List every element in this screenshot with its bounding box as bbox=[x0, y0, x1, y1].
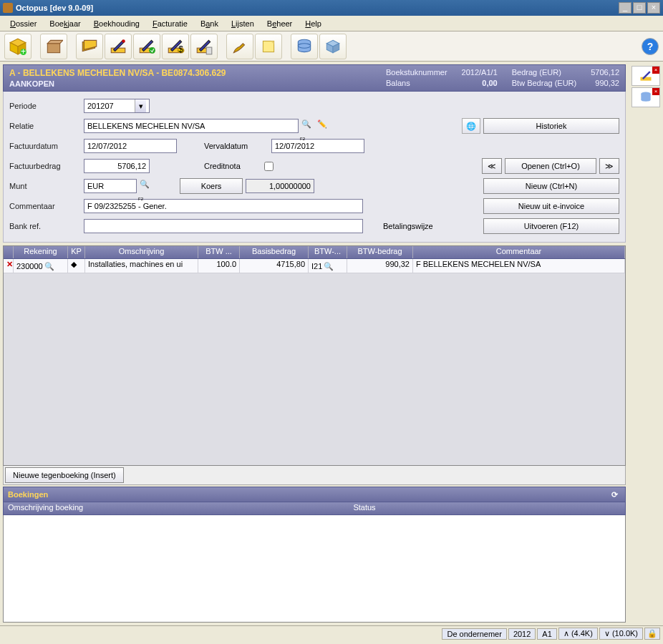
delete-row-icon[interactable]: ✕ bbox=[4, 259, 14, 273]
chevron-down-icon[interactable]: ▾ bbox=[135, 99, 146, 112]
balans-label: Balans bbox=[386, 79, 447, 88]
btw-label: Btw Bedrag (EUR) bbox=[512, 79, 576, 88]
col-kp[interactable]: KP bbox=[68, 246, 85, 258]
menu-dossier[interactable]: Dossier bbox=[4, 18, 42, 29]
status-journal: A1 bbox=[537, 628, 556, 640]
next-button[interactable]: ≫ bbox=[599, 158, 619, 174]
menu-bar: Dossier Boekjaar Boekhouding Facturatie … bbox=[0, 16, 663, 31]
globe-icon[interactable]: 🌐 bbox=[462, 118, 480, 134]
boekstuk-label: Boekstuknummer bbox=[386, 68, 447, 77]
svg-marker-6 bbox=[47, 40, 63, 43]
relatie-input[interactable] bbox=[84, 119, 299, 133]
uitvoeren-button[interactable]: Uitvoeren (F12) bbox=[483, 218, 619, 234]
koers-value bbox=[246, 179, 314, 193]
vervaldatum-label: Vervaldatum bbox=[204, 142, 268, 150]
col-omschrijving[interactable]: Omschrijving bbox=[85, 246, 198, 258]
help-button[interactable]: ? bbox=[642, 38, 659, 55]
vervaldatum-input[interactable] bbox=[271, 139, 364, 153]
svg-text:$: $ bbox=[178, 44, 183, 54]
bankref-input[interactable] bbox=[84, 219, 363, 233]
toolbar-box-icon[interactable] bbox=[40, 34, 67, 59]
boekingen-header: Boekingen ⟳ bbox=[3, 487, 626, 502]
toolbar-edit-icon[interactable] bbox=[105, 34, 132, 59]
toolbar-edit-money-icon[interactable]: $ bbox=[162, 34, 189, 59]
status-year: 2012 bbox=[508, 628, 536, 640]
menu-bank[interactable]: Bank bbox=[195, 18, 224, 29]
menu-beheer[interactable]: Beheer bbox=[261, 18, 299, 29]
search-icon[interactable]: 🔍 bbox=[324, 262, 332, 270]
openen-button[interactable]: Openen (Ctrl+O) bbox=[505, 158, 596, 174]
menu-help[interactable]: Help bbox=[299, 18, 327, 29]
minimize-button[interactable]: _ bbox=[619, 2, 631, 14]
up-arrow-icon: ∧ bbox=[563, 629, 569, 638]
grid-row[interactable]: ✕ 230000🔍 ◆ Installaties, machines en ui… bbox=[4, 259, 625, 273]
munt-label: Munt bbox=[9, 182, 81, 190]
down-arrow-icon: ∨ bbox=[604, 629, 610, 638]
koers-button[interactable]: Koers bbox=[180, 178, 243, 194]
nieuw-button[interactable]: Nieuw (Ctrl+N) bbox=[483, 178, 619, 194]
menu-facturatie[interactable]: Facturatie bbox=[147, 18, 193, 29]
bedrag-value: 5706,12 bbox=[591, 68, 619, 77]
boekingen-list bbox=[3, 515, 626, 623]
menu-lijsten[interactable]: Lijsten bbox=[226, 18, 260, 29]
pencil-icon[interactable]: ✏️ bbox=[317, 119, 330, 132]
col-btwc[interactable]: BTW-... bbox=[309, 246, 347, 258]
col-rekening[interactable]: Rekening bbox=[14, 246, 68, 258]
menu-boekhouding[interactable]: Boekhouding bbox=[88, 18, 145, 29]
col-btwb[interactable]: BTW-bedrag bbox=[347, 246, 413, 258]
close-button[interactable]: × bbox=[647, 2, 660, 14]
search-icon[interactable]: 🔍F2 bbox=[301, 119, 314, 132]
periode-label: Periode bbox=[9, 102, 81, 110]
doc-type: AANKOPEN bbox=[9, 79, 386, 88]
toolbar-note-icon[interactable] bbox=[255, 34, 282, 59]
factuurdatum-input[interactable] bbox=[84, 139, 177, 153]
side-db-button[interactable]: × bbox=[631, 87, 660, 107]
toolbar: + $ ? bbox=[0, 31, 663, 62]
app-icon bbox=[3, 3, 13, 13]
svg-rect-7 bbox=[111, 48, 125, 53]
commentaar-input[interactable] bbox=[84, 199, 363, 213]
periode-select[interactable]: 201207 ▾ bbox=[84, 99, 150, 113]
toolbar-edit-clipboard-icon[interactable] bbox=[190, 34, 218, 59]
svg-rect-15 bbox=[206, 47, 212, 54]
toolbar-edit-green-icon[interactable] bbox=[133, 34, 160, 59]
svg-rect-16 bbox=[263, 41, 274, 52]
maximize-button[interactable]: □ bbox=[633, 2, 646, 14]
factuurbedrag-input[interactable] bbox=[84, 159, 150, 173]
commentaar-label: Commentaar bbox=[9, 202, 81, 210]
refresh-icon[interactable]: ⟳ bbox=[608, 488, 621, 501]
col-commentaar[interactable]: Commentaar bbox=[413, 246, 625, 258]
creditnota-checkbox[interactable] bbox=[264, 162, 274, 171]
prev-button[interactable]: ≪ bbox=[482, 158, 502, 174]
toolbar-cube2-icon[interactable] bbox=[319, 34, 347, 59]
bankref-label: Bank ref. bbox=[9, 222, 81, 230]
munt-input[interactable] bbox=[84, 179, 137, 193]
historiek-button[interactable]: Historiek bbox=[483, 118, 619, 134]
kp-icon[interactable]: ◆ bbox=[68, 259, 85, 273]
status-up: ∧ (4.4K) bbox=[558, 628, 598, 640]
title-bar: Octopus [dev 9.0-09] _ □ × bbox=[0, 0, 663, 16]
side-edit-button[interactable]: × bbox=[631, 66, 660, 86]
close-icon[interactable]: × bbox=[652, 88, 659, 95]
lines-grid: Rekening KP Omschrijving BTW ... Basisbe… bbox=[3, 245, 626, 466]
toolbar-db-icon[interactable] bbox=[291, 34, 318, 59]
search-munt-icon[interactable]: 🔍F2 bbox=[140, 180, 153, 192]
nieuw-einvoice-button[interactable]: Nieuw uit e-invoice bbox=[483, 198, 619, 214]
col-omschrijving-boeking[interactable]: Omschrijving boeking bbox=[4, 502, 104, 514]
nieuwe-tegenboeking-button[interactable]: Nieuwe tegenboeking (Insert) bbox=[5, 467, 124, 483]
factuurdatum-label: Factuurdatum bbox=[9, 142, 81, 150]
toolbar-brush-icon[interactable] bbox=[226, 34, 253, 59]
menu-boekjaar[interactable]: Boekjaar bbox=[44, 18, 86, 29]
lock-icon: 🔒 bbox=[644, 628, 660, 640]
svg-point-10 bbox=[149, 47, 155, 54]
toolbar-folder-icon[interactable] bbox=[76, 34, 103, 59]
search-icon[interactable]: 🔍 bbox=[44, 262, 53, 270]
bedrag-label: Bedrag (EUR) bbox=[512, 68, 576, 77]
form-panel: Periode 201207 ▾ Relatie 🔍F2 ✏️ 🌐 Histor… bbox=[3, 92, 626, 243]
toolbar-new-cube-icon[interactable]: + bbox=[4, 34, 32, 59]
col-basis[interactable]: Basisbedrag bbox=[240, 246, 309, 258]
btw-value: 990,32 bbox=[591, 79, 619, 88]
col-btw[interactable]: BTW ... bbox=[198, 246, 240, 258]
close-icon[interactable]: × bbox=[652, 67, 659, 74]
col-status[interactable]: Status bbox=[104, 502, 625, 514]
